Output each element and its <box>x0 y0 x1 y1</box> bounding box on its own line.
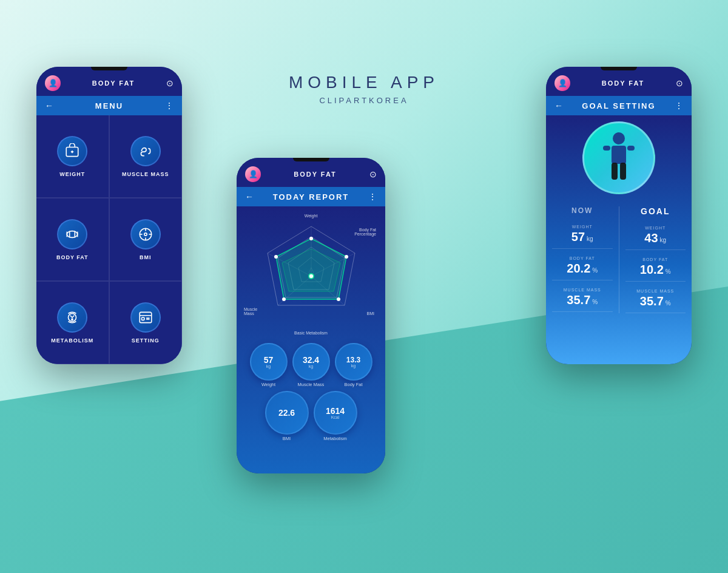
svg-point-38 <box>274 255 278 259</box>
svg-point-36 <box>337 297 340 301</box>
menu-item-weight[interactable]: WEIGHT <box>36 115 109 198</box>
goal-weight: WEIGHT 43 kg <box>625 226 686 250</box>
svg-rect-42 <box>620 163 626 180</box>
stat-metabolism: 1614 Kcal Metabolism <box>314 391 357 441</box>
menu-item-bodyfat[interactable]: BODY FAT <box>36 198 109 281</box>
goal-bodyfat: BODY FAT 10.2 % <box>625 257 686 282</box>
now-weight-value: 57 <box>571 230 585 243</box>
now-muscle-value: 35.7 <box>567 293 590 307</box>
now-weight: WEIGHT 57 kg <box>552 225 613 249</box>
phone-left-title: BODY FAT <box>92 80 135 87</box>
speedometer-icon-right: ⊙ <box>676 78 683 88</box>
muscle-value: 32.4 <box>303 356 319 364</box>
svg-point-33 <box>309 274 314 279</box>
phone-left: 👤 BODY FAT ⊙ ← MENU ⋮ WEIGHT <box>36 67 182 364</box>
radar-label-bodyfat: Body FatPercentage <box>354 228 376 236</box>
svg-point-39 <box>613 132 625 144</box>
goal-muscle-label: MUSCLE MASS <box>636 289 674 293</box>
radar-label-muscle: MuscleMass <box>244 307 257 316</box>
phone-right-content: 👤 BODY FAT ⊙ ← GOAL SETTING ⋮ <box>546 67 692 364</box>
metabolism-label-stat: Metabolism <box>323 436 346 441</box>
now-bodyfat-value: 20.2 <box>567 262 590 275</box>
goal-column: GOAL WEIGHT 43 kg BODY FAT 10.2 % <box>625 206 686 313</box>
back-button-left[interactable]: ← <box>45 101 53 110</box>
bodyfat-icon-circle <box>57 219 87 249</box>
phone-right-title: BODY FAT <box>602 80 645 87</box>
bodyfat-label: BODY FAT <box>56 254 89 260</box>
phone-right-header: 👤 BODY FAT ⊙ <box>546 67 692 96</box>
menu-item-bmi[interactable]: BMI <box>110 198 183 281</box>
speedometer-icon-center: ⊙ <box>369 169 377 179</box>
bmi-label-stat: BMI <box>283 436 291 441</box>
svg-point-35 <box>345 255 348 259</box>
fitness-image <box>582 121 655 194</box>
today-report-title: TODAY REPORT <box>254 192 368 202</box>
phone-right-subheader: ← GOAL SETTING ⋮ <box>546 96 692 115</box>
muscle-label: MUSCLE MASS <box>122 171 169 177</box>
bubble-muscle: 32.4 kg <box>292 343 330 381</box>
phone-center-subheader: ← TODAY REPORT ⋮ <box>237 187 385 206</box>
back-button-right[interactable]: ← <box>554 101 563 110</box>
radar-label-bmi: BMI <box>367 311 374 316</box>
menu-dots-center[interactable]: ⋮ <box>368 192 377 202</box>
bmi-value: 22.6 <box>278 409 295 417</box>
goal-weight-label: WEIGHT <box>645 226 666 230</box>
svg-point-3 <box>67 231 78 237</box>
bmi-icon-circle <box>130 219 161 249</box>
svg-rect-44 <box>627 146 635 151</box>
phone-right: 👤 BODY FAT ⊙ ← GOAL SETTING ⋮ <box>546 67 692 364</box>
stat-muscle: 32.4 kg Muscle Mass <box>292 343 330 387</box>
now-muscle-unit: % <box>592 299 598 305</box>
weight-unit: kg <box>266 364 271 368</box>
now-column: NOW WEIGHT 57 kg BODY FAT 20.2 % <box>552 206 613 313</box>
bubble-metabolism: 1614 Kcal <box>314 391 357 435</box>
goal-header: GOAL <box>625 206 686 216</box>
radar-label-metabolism: Basic Metabolism <box>294 331 328 335</box>
avatar: 👤 <box>45 75 61 91</box>
menu-item-setting[interactable]: SETTING <box>110 282 183 364</box>
app-title: MOBILE APP <box>289 73 439 92</box>
now-bodyfat-label: BODY FAT <box>570 256 595 260</box>
metabolism-label: METABOLISM <box>51 337 93 344</box>
radar-svg <box>251 215 372 337</box>
weight-icon-circle <box>57 136 87 166</box>
stat-bodyfat: 13.3 kg Body Fat <box>335 343 372 387</box>
menu-item-muscle[interactable]: MUSCLE MASS <box>110 115 183 198</box>
page-branding: MOBILE APP CLIPARTKOREA <box>289 73 439 105</box>
svg-point-37 <box>282 297 286 301</box>
bmi-label: BMI <box>140 254 152 260</box>
goal-columns: NOW WEIGHT 57 kg BODY FAT 20.2 % <box>546 200 692 319</box>
phone-center-title: BODY FAT <box>294 171 337 178</box>
svg-rect-18 <box>141 317 144 320</box>
goal-bodyfat-unit: % <box>666 268 671 275</box>
phone-center-content: 👤 BODY FAT ⊙ ← TODAY REPORT ⋮ Weight Bod… <box>237 158 385 473</box>
bubble-weight: 57 kg <box>250 343 288 381</box>
menu-title: MENU <box>53 101 165 110</box>
muscle-unit: kg <box>309 364 313 368</box>
now-weight-unit: kg <box>587 236 593 242</box>
phone-center-header: 👤 BODY FAT ⊙ <box>237 158 385 187</box>
menu-dots-right[interactable]: ⋮ <box>675 101 683 110</box>
bodyfat-unit: kg <box>351 364 356 368</box>
svg-rect-40 <box>612 146 626 164</box>
now-header: NOW <box>552 206 613 215</box>
goal-muscle: MUSCLE MASS 35.7 % <box>625 289 686 313</box>
bubble-bodyfat: 13.3 kg <box>335 343 372 381</box>
report-body: Weight Body FatPercentage BMI Basic Meta… <box>237 206 385 473</box>
back-button-center[interactable]: ← <box>245 192 254 202</box>
metabolism-value: 1614 <box>326 407 345 415</box>
bubble-bmi: 22.6 <box>265 391 309 435</box>
svg-rect-41 <box>612 163 618 180</box>
setting-label: SETTING <box>132 337 160 344</box>
svg-rect-43 <box>603 146 610 151</box>
metabolism-unit: Kcal <box>331 415 340 419</box>
stat-weight: 57 kg Weight <box>250 343 288 387</box>
goal-weight-unit: kg <box>660 237 667 243</box>
weight-value: 57 <box>264 356 274 364</box>
stats-section: 57 kg Weight 32.4 kg Muscle Mass <box>243 340 379 448</box>
menu-dots-left[interactable]: ⋮ <box>165 101 174 110</box>
goal-body: NOW WEIGHT 57 kg BODY FAT 20.2 % <box>546 115 692 364</box>
muscle-icon-circle <box>130 136 161 166</box>
svg-point-15 <box>72 319 73 320</box>
menu-item-metabolism[interactable]: METABOLISM <box>36 282 109 364</box>
